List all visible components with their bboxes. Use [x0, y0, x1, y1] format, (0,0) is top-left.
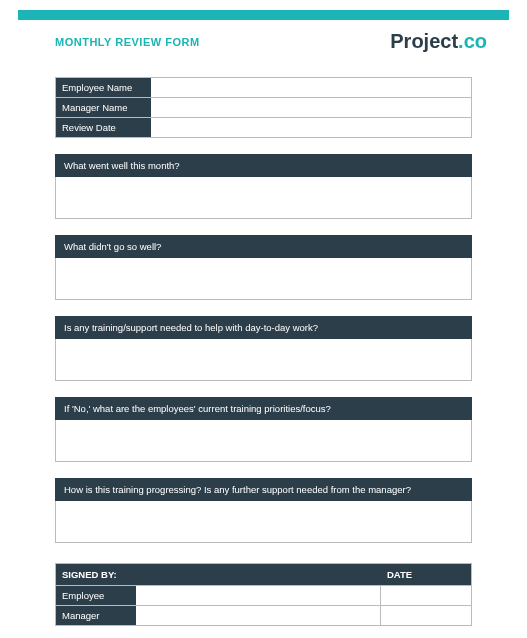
question-block-1: What went well this month?	[55, 154, 472, 219]
sign-label: Manager	[56, 606, 136, 625]
employee-signature-input[interactable]	[136, 586, 381, 605]
info-label: Manager Name	[56, 98, 151, 117]
form-header: MONTHLY REVIEW FORM Project.co	[0, 20, 527, 65]
question-label: What didn't go so well?	[55, 235, 472, 258]
question-block-4: If 'No,' what are the employees' current…	[55, 397, 472, 462]
employee-name-input[interactable]	[151, 78, 471, 97]
info-row-employee-name: Employee Name	[55, 77, 472, 97]
date-header: DATE	[381, 564, 471, 585]
signature-row-employee: Employee	[56, 585, 471, 605]
sign-label: Employee	[56, 586, 136, 605]
question-4-input[interactable]	[55, 420, 472, 462]
signature-header-row: SIGNED BY: DATE	[56, 564, 471, 585]
form-body: Employee Name Manager Name Review Date W…	[0, 77, 527, 636]
question-3-input[interactable]	[55, 339, 472, 381]
logo-text-2: .co	[458, 30, 487, 52]
signature-header-spacer	[136, 564, 381, 585]
question-5-input[interactable]	[55, 501, 472, 543]
info-table: Employee Name Manager Name Review Date	[55, 77, 472, 138]
top-accent-bar	[18, 10, 509, 20]
question-block-2: What didn't go so well?	[55, 235, 472, 300]
signature-table: SIGNED BY: DATE Employee Manager	[55, 563, 472, 626]
manager-name-input[interactable]	[151, 98, 471, 117]
manager-signature-input[interactable]	[136, 606, 381, 625]
logo-text-1: Project	[390, 30, 458, 52]
employee-date-input[interactable]	[381, 586, 471, 605]
question-2-input[interactable]	[55, 258, 472, 300]
info-row-review-date: Review Date	[55, 117, 472, 138]
question-block-5: How is this training progressing? Is any…	[55, 478, 472, 543]
manager-date-input[interactable]	[381, 606, 471, 625]
form-title: MONTHLY REVIEW FORM	[55, 36, 200, 48]
signed-by-header: SIGNED BY:	[56, 564, 136, 585]
brand-logo: Project.co	[390, 30, 487, 53]
info-label: Employee Name	[56, 78, 151, 97]
question-block-3: Is any training/support needed to help w…	[55, 316, 472, 381]
question-label: If 'No,' what are the employees' current…	[55, 397, 472, 420]
signature-row-manager: Manager	[56, 605, 471, 625]
question-1-input[interactable]	[55, 177, 472, 219]
review-date-input[interactable]	[151, 118, 471, 137]
info-label: Review Date	[56, 118, 151, 137]
question-label: What went well this month?	[55, 154, 472, 177]
question-label: Is any training/support needed to help w…	[55, 316, 472, 339]
question-label: How is this training progressing? Is any…	[55, 478, 472, 501]
info-row-manager-name: Manager Name	[55, 97, 472, 117]
